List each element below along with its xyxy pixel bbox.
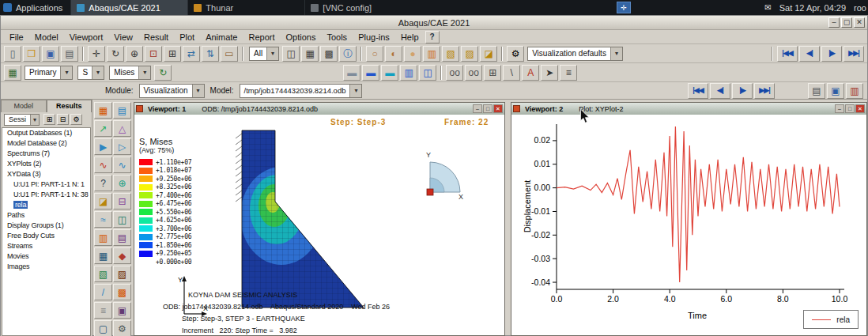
minimize-button[interactable]: – [828,17,840,28]
open-odb-icon[interactable]: ❒ [23,46,40,62]
view-cut-main-icon[interactable]: ◪ [480,46,497,62]
applications-menu[interactable]: Applications [0,0,70,15]
contour-options-icon[interactable]: ▦ [94,247,112,264]
probe-icon[interactable]: ⊕ [113,175,131,191]
first-frame-button[interactable]: |◀◀ [777,46,798,62]
capture-movie-icon[interactable]: ▥ [846,83,863,99]
next-frame-button[interactable]: |▶ [732,83,753,99]
next-frame-button[interactable]: |▶ [821,46,842,62]
clock[interactable]: Sat 12 Apr, 04:29 [779,3,846,13]
legend-options-icon[interactable]: ▤ [113,229,131,246]
free-body-cut-icon[interactable]: ⊟ [113,193,131,210]
chevron-down-icon[interactable]: ▾ [192,85,204,97]
chevron-down-icon[interactable]: ▾ [266,47,278,60]
tree-item[interactable]: Output Databases (1) [2,128,90,138]
cycle-views-icon[interactable]: ⇄ [183,46,200,62]
tree-item[interactable]: Streams [2,241,90,251]
field-position-combo[interactable]: Primary ▾ [25,66,73,80]
display-group-icon[interactable]: ◫ [113,211,131,228]
chevron-down-icon[interactable]: ▾ [610,47,622,60]
last-frame-button[interactable]: ▶▶| [843,46,864,62]
menu-item[interactable]: Options [281,31,322,43]
ruler-icon[interactable]: ▭ [221,46,238,62]
view-cut-icon[interactable]: ◪ [94,193,112,210]
tree-item[interactable]: Free Body Cuts [2,231,90,241]
odb-display-options-icon[interactable]: ▨ [113,266,131,282]
print-viewport-icon[interactable]: ▤ [808,83,825,99]
menu-item[interactable]: Model [29,31,64,43]
animate-time-history-icon[interactable]: ▶ [94,138,112,155]
movie-tool-icon[interactable]: ▣ [113,302,131,319]
defaults-combo[interactable]: Visualization defaults ▾ [527,47,623,61]
color-code-icon[interactable]: ▥ [423,46,440,62]
color-code-tool-icon[interactable]: ▥ [94,229,112,246]
symbol-options-icon[interactable]: ◆ [113,247,131,264]
spectrum-icon[interactable]: ▩ [113,284,131,300]
viewport2-canvas[interactable]: Displacement 0.020.010.00-0.01-0.02-0.03… [511,115,866,335]
menu-item[interactable]: Report [243,31,280,43]
maximize-button[interactable]: ▢ [841,17,852,28]
pointer-tool-icon[interactable]: ➤ [541,65,558,81]
render-wireframe-icon[interactable]: ○ [366,46,383,62]
session-combo[interactable]: Sessi ▾ [4,114,40,126]
menu-item[interactable]: Tools [321,31,353,43]
first-frame-button[interactable]: |◀◀ [688,83,708,99]
new-model-icon[interactable]: ▯ [4,46,21,62]
xy-plot-icon[interactable]: ∿ [113,157,131,173]
viewport-close-button[interactable]: ✕ [493,104,503,113]
taskbar-window-thunar[interactable]: Thunar [187,0,304,15]
render-shaded-icon[interactable]: ● [404,46,421,62]
magnify-view-icon[interactable]: ⊕ [126,46,143,62]
views-toolbox-icon[interactable]: ▩ [320,46,338,62]
sort-icon[interactable]: ⇅ [202,46,219,62]
query-icon[interactable]: ? [94,175,112,191]
close-button[interactable]: ✕ [854,17,865,28]
rotate-view-icon[interactable]: ↻ [107,46,124,62]
capture-image-icon[interactable]: ▣ [827,83,844,99]
viewport-2[interactable]: Viewport: 2 Plot: XYPlot-2 – □ ✕ Displac… [511,102,867,336]
view-compass[interactable]: Y X [424,149,465,200]
field-output-tool-icon[interactable]: ▤ [113,102,131,119]
field-output-dialog-icon[interactable]: ▦ [4,65,21,81]
probe-values-icon[interactable]: ⊞ [484,65,501,81]
stream-icon[interactable]: ≈ [94,211,112,228]
chevron-down-icon[interactable]: ▾ [30,115,39,125]
animate-scale-factor-icon[interactable]: ▷ [113,138,131,155]
material-orientation-icon[interactable]: △ [113,120,131,137]
plot-symbols-icon[interactable]: ▥ [400,65,417,81]
annotation-manager-icon[interactable]: ≡ [560,65,577,81]
viewport2-titlebar[interactable]: Viewport: 2 Plot: XYPlot-2 – □ ✕ [511,103,866,115]
tree-item[interactable]: Movies [2,251,90,262]
tree-item[interactable]: U:U1 PI: PART-1-1 N: 38 [2,190,90,200]
xy-plot-svg[interactable]: 0.020.010.00-0.01-0.02-0.03-0.040.02.04.… [511,115,866,335]
chevron-down-icon[interactable]: ▾ [60,66,72,79]
menu-item[interactable]: Plug-ins [353,31,395,43]
grid-snap-icon[interactable]: ▦ [301,46,319,62]
viewport-minimize-button[interactable]: – [473,104,482,113]
perspective-projection-icon[interactable]: ▨ [461,46,478,62]
previous-frame-button[interactable]: ◀| [799,46,820,62]
plot-contours-icon[interactable]: ▬ [381,65,398,81]
tree-item[interactable]: Model Database (2) [2,138,90,149]
viewport-minimize-button[interactable]: – [835,104,844,113]
ply-stack-icon[interactable]: ≡ [94,302,112,319]
notification-icon[interactable]: ✉ [764,3,771,12]
text-annotation-icon[interactable]: A [522,65,539,81]
plot-vectors-icon[interactable]: ↗ [94,120,112,137]
tree-item[interactable]: Paths [2,210,90,221]
window-titlebar[interactable]: Abaqus/CAE 2021 – ▢ ✕ [1,16,867,30]
field-component-combo[interactable]: Mises ▾ [109,66,151,80]
menu-item[interactable]: Help [395,31,425,43]
plot-contours-tool-icon[interactable]: ▦ [94,102,112,119]
viz-options-icon[interactable]: ⚙ [113,320,131,336]
dam-contour-plot[interactable] [232,127,375,317]
chevron-down-icon[interactable]: ▾ [138,66,150,79]
field-variable-combo[interactable]: S ▾ [77,66,104,80]
plot-deformed-icon[interactable]: ▬ [362,65,379,81]
tree-settings-icon[interactable]: ⚙ [70,114,82,125]
chevron-down-icon[interactable]: ▾ [92,66,104,79]
selection-options-icon[interactable]: ⚙ [507,46,524,62]
expand-all-icon[interactable]: ⊞ [43,114,55,125]
print-icon[interactable]: ▤ [61,46,78,62]
left-panel-tab[interactable]: Results [47,100,92,112]
